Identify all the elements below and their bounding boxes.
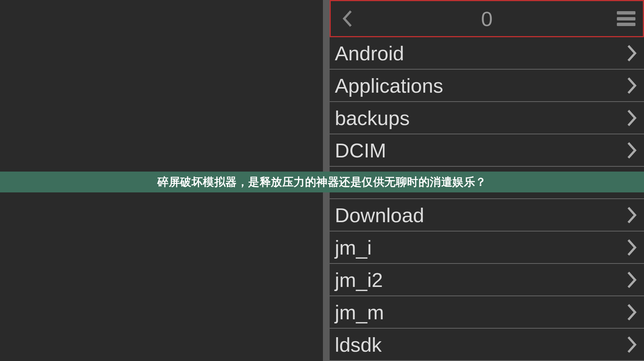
chevron-right-icon [626, 109, 637, 127]
chevron-right-icon [626, 44, 637, 62]
hamburger-icon [617, 23, 635, 26]
folder-name: DCIM [335, 140, 386, 160]
folder-name: Applications [335, 76, 443, 96]
menu-button[interactable] [617, 11, 635, 26]
back-icon [342, 10, 353, 28]
chevron-right-icon [626, 141, 637, 159]
folder-item-jm-i[interactable]: jm_i [330, 231, 644, 264]
chevron-right-icon [626, 336, 637, 354]
back-button[interactable] [338, 9, 357, 28]
folder-name: Android [335, 43, 404, 63]
chevron-right-icon [626, 239, 637, 256]
folder-item-backups[interactable]: backups [330, 102, 644, 134]
folder-name: Download [335, 205, 424, 225]
chevron-right-icon [626, 303, 637, 321]
folder-name: ldsdk [335, 335, 382, 355]
folder-item-jm-i2[interactable]: jm_i2 [330, 264, 644, 296]
chevron-right-icon [626, 77, 637, 95]
folder-name: jm_i [335, 237, 372, 258]
chevron-right-icon [626, 206, 637, 224]
folder-name: jm_i2 [335, 270, 383, 290]
hamburger-icon [617, 17, 635, 20]
header-bar: 0 [330, 0, 644, 37]
chevron-right-icon [626, 271, 637, 289]
folder-name: jm_m [335, 302, 384, 322]
folder-name: backups [335, 108, 410, 128]
folder-item-jm-m[interactable]: jm_m [330, 296, 644, 329]
folder-list: Android Applications backups DCIM Docume… [330, 37, 644, 361]
hamburger-icon [617, 11, 635, 15]
folder-item-applications[interactable]: Applications [330, 70, 644, 102]
folder-item-download[interactable]: Download [330, 199, 644, 231]
folder-item-android[interactable]: Android [330, 37, 644, 70]
overlay-banner: 碎屏破坏模拟器，是释放压力的神器还是仅供无聊时的消遣娱乐？ [0, 172, 644, 192]
overlay-text: 碎屏破坏模拟器，是释放压力的神器还是仅供无聊时的消遣娱乐？ [157, 175, 487, 190]
folder-item-ldsdk[interactable]: ldsdk [330, 329, 644, 361]
folder-item-dcim[interactable]: DCIM [330, 134, 644, 167]
header-title: 0 [481, 7, 493, 31]
